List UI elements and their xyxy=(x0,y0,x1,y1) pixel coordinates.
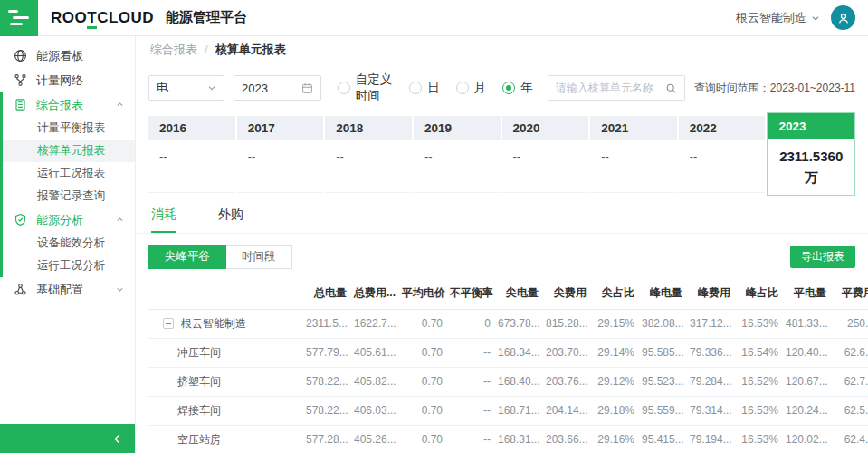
radio-option-1[interactable]: 日 xyxy=(409,80,440,96)
energy-type-select[interactable]: 电 xyxy=(148,75,224,101)
sidebar-group: 能源看板 xyxy=(0,43,135,68)
cell: -- xyxy=(446,338,494,367)
cell: 578.22... xyxy=(302,396,350,425)
unit-name: 根云智能制造 xyxy=(181,317,246,330)
year-value: -- xyxy=(159,149,224,163)
year-card-label: 2021 xyxy=(590,116,677,140)
view-toggle-1[interactable]: 时间段 xyxy=(226,245,292,269)
sidebar-item-1[interactable]: 计量网络 xyxy=(0,68,135,92)
year-card-label: 2020 xyxy=(502,116,589,140)
breadcrumb-separator: / xyxy=(205,43,208,56)
column-header: 尖费用 xyxy=(542,278,590,309)
sidebar-item-4[interactable]: 基础配置 xyxy=(0,277,135,302)
year-card-2021[interactable]: 2021-- xyxy=(590,116,677,193)
cell: 62.5... xyxy=(830,396,868,425)
sidebar-item-label: 综合报表 xyxy=(36,97,83,113)
cell: 0.70 xyxy=(398,425,446,453)
cell: 79.194... xyxy=(686,425,734,453)
sidebar-subitem[interactable]: 计量平衡报表 xyxy=(0,117,135,140)
unit-name: 挤塑车间 xyxy=(177,375,221,388)
app-title: 能源管理平台 xyxy=(166,9,247,26)
cell: 203.66... xyxy=(542,425,590,453)
sidebar-item-label: 基础配置 xyxy=(36,282,83,298)
cell: 577.28... xyxy=(302,425,350,453)
tab-1[interactable]: 外购 xyxy=(218,207,243,233)
year-card-2022[interactable]: 2022-- xyxy=(679,116,766,193)
cell: 16.54% xyxy=(734,338,782,367)
radio-option-3[interactable]: 年 xyxy=(502,80,533,96)
sidebar-subitem[interactable]: 报警记录查询 xyxy=(0,185,135,207)
avatar[interactable] xyxy=(831,5,855,30)
cell: 16.52% xyxy=(734,367,782,396)
sidebar-subitem[interactable]: 核算单元报表 xyxy=(0,140,135,162)
tenant-dropdown[interactable]: 根云智能制造 xyxy=(736,10,820,26)
sidebar-item-label: 能源分析 xyxy=(36,212,83,228)
cell: 168.40... xyxy=(494,367,542,396)
cell: -- xyxy=(446,396,494,425)
radio-option-0[interactable]: 自定义时间 xyxy=(338,72,394,104)
sidebar-item-3[interactable]: 能源分析 xyxy=(0,207,135,232)
column-header: 平费用 xyxy=(830,278,868,309)
sidebar-collapse-button[interactable] xyxy=(0,424,135,453)
cell: 577.79... xyxy=(302,338,350,367)
year-card-2019[interactable]: 2019-- xyxy=(414,116,501,193)
cell: 168.31... xyxy=(494,425,542,453)
year-cards-row: 2016--2017--2018--2019--2020--2021--2022… xyxy=(136,111,868,196)
year-unit: 万 xyxy=(771,167,851,188)
column-header: 总费用... xyxy=(350,278,398,309)
radio-label: 年 xyxy=(520,80,533,96)
search-input[interactable] xyxy=(556,82,665,94)
cell: 317.12... xyxy=(686,309,734,338)
sidebar-item-2[interactable]: 综合报表 xyxy=(0,92,135,117)
year-picker[interactable]: 2023 xyxy=(234,75,321,101)
sidebar-subitem[interactable]: 运行工况报表 xyxy=(0,162,135,185)
view-toggle-0[interactable]: 尖峰平谷 xyxy=(148,245,226,269)
cell: 16.53% xyxy=(734,396,782,425)
year-card-2017[interactable]: 2017-- xyxy=(237,116,324,193)
cell: 2311.5... xyxy=(302,309,350,338)
chevron-down-icon xyxy=(116,285,124,294)
tenant-name: 根云智能制造 xyxy=(736,10,806,26)
brand-part: T xyxy=(87,9,97,29)
search-icon[interactable] xyxy=(665,82,677,94)
breadcrumb-parent[interactable]: 综合报表 xyxy=(150,42,197,58)
brand-wordmark: ROOTCLOUD xyxy=(51,9,154,27)
rootcloud-logo[interactable] xyxy=(0,0,38,36)
cell: 120.40... xyxy=(782,338,830,367)
year-card-2016[interactable]: 2016-- xyxy=(148,116,235,193)
table-row: 挤塑车间578.22...405.82...0.70--168.40...203… xyxy=(148,367,868,396)
export-report-button[interactable]: 导出报表 xyxy=(790,246,855,268)
logo-bar xyxy=(10,23,23,25)
cell: 29.14% xyxy=(590,338,638,367)
sidebar-item-0[interactable]: 能源看板 xyxy=(0,43,135,68)
cell: 95.523... xyxy=(638,367,686,396)
year-card-2020[interactable]: 2020-- xyxy=(502,116,589,193)
chevron-up-icon xyxy=(116,101,124,109)
tabs-row: 消耗外购 xyxy=(136,196,868,234)
year-value: -- xyxy=(513,149,578,163)
year-card-value: -- xyxy=(502,140,589,193)
sidebar-subitem[interactable]: 设备能效分析 xyxy=(0,232,135,255)
cell: 79.336... xyxy=(686,338,734,367)
year-value: -- xyxy=(601,149,666,163)
year-card-2018[interactable]: 2018-- xyxy=(325,116,412,193)
cell: 405.26... xyxy=(350,425,398,453)
tab-0[interactable]: 消耗 xyxy=(151,207,176,233)
year-card-2023[interactable]: 20232311.5360万 xyxy=(767,112,855,196)
table-header-row: 总电量总费用...平均电价不平衡率尖电量尖费用尖占比峰电量峰费用峰占比平电量平费… xyxy=(148,278,868,309)
collapse-expander-icon[interactable] xyxy=(163,318,174,329)
cell: 0.70 xyxy=(398,396,446,425)
sidebar-subitem[interactable]: 运行工况分析 xyxy=(0,255,135,277)
radio-icon xyxy=(502,82,515,94)
query-range: 查询时间范围：2023-01~2023-11 xyxy=(694,81,855,96)
cell: 29.16% xyxy=(590,425,638,453)
column-header: 不平衡率 xyxy=(446,278,494,309)
radio-option-2[interactable]: 月 xyxy=(456,80,487,96)
search-box xyxy=(548,75,685,101)
cell-name: 挤塑车间 xyxy=(148,367,302,396)
cell: 405.61... xyxy=(350,338,398,367)
cell: 250... xyxy=(830,309,868,338)
sidebar-item-label: 计量网络 xyxy=(36,72,83,89)
time-granularity-radios: 自定义时间日月年 xyxy=(338,72,533,104)
radio-label: 自定义时间 xyxy=(356,72,394,104)
